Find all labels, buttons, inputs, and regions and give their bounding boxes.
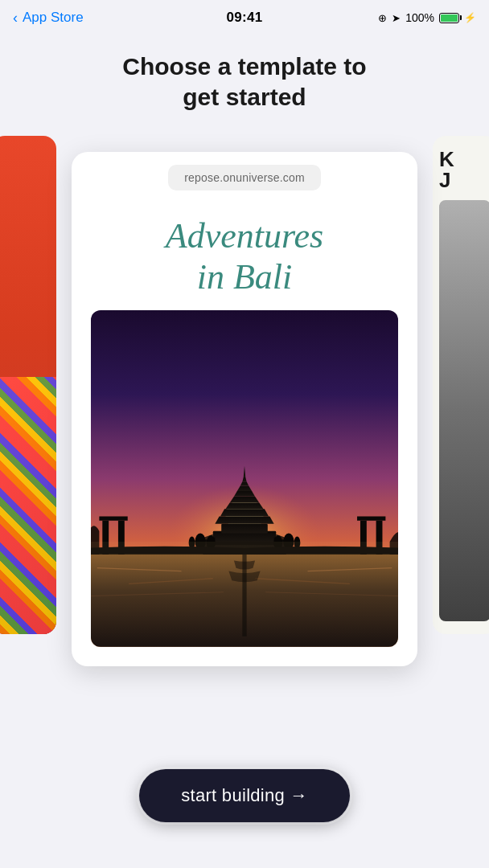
template-card-center[interactable]: repose.onuniverse.com Adventures in Bali [72, 152, 417, 666]
bali-temple-image [91, 310, 398, 647]
status-bar-left: ‹ App Store [13, 10, 84, 27]
charging-icon: ⚡ [464, 12, 476, 23]
battery-percent: 100% [405, 11, 434, 24]
svg-rect-26 [91, 542, 398, 555]
url-display: repose.onuniverse.com [168, 165, 321, 190]
card-title-area: Adventures in Bali [72, 200, 417, 310]
template-carousel[interactable]: repose.onuniverse.com Adventures in Bali [0, 136, 489, 682]
card-headline: Adventures in Bali [91, 216, 398, 297]
back-chevron-icon: ‹ [13, 10, 18, 27]
status-bar-time: 09:41 [227, 10, 263, 26]
app-store-label[interactable]: App Store [23, 10, 84, 26]
svg-rect-12 [221, 524, 268, 534]
bottom-bar: start building → [0, 739, 489, 868]
main-content: Choose a template to get started repose.… [0, 35, 489, 682]
location-icon: ⊕ [378, 12, 387, 24]
right-card-text: K J [439, 149, 489, 190]
start-building-button[interactable]: start building → [139, 769, 350, 822]
start-building-label: start building → [181, 785, 308, 806]
template-card-right[interactable]: K J [433, 136, 489, 634]
page-title: Choose a template to get started [122, 51, 366, 112]
card-image [91, 310, 398, 647]
status-bar: ‹ App Store 09:41 ⊕ ➤ 100% ⚡ [0, 0, 489, 35]
url-bar: repose.onuniverse.com [72, 152, 417, 200]
template-card-left[interactable] [0, 136, 56, 634]
status-bar-right: ⊕ ➤ 100% ⚡ [378, 11, 476, 24]
battery-icon [439, 13, 459, 23]
gps-icon: ➤ [392, 12, 401, 24]
